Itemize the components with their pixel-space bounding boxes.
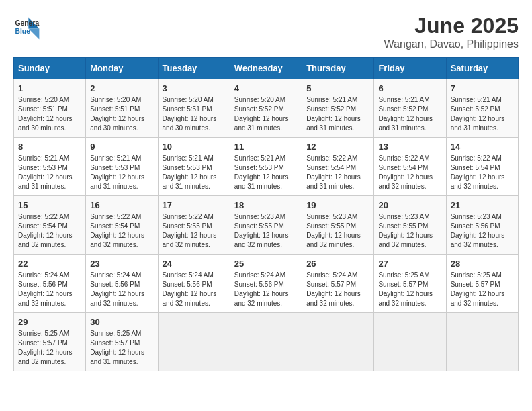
day-number: 28	[451, 259, 514, 269]
calendar-cell	[158, 313, 230, 371]
calendar-cell	[230, 313, 302, 371]
calendar-cell: 28Sunrise: 5:25 AMSunset: 5:57 PMDayligh…	[446, 255, 518, 313]
page-header: General Blue June 2025 Wangan, Davao, Ph…	[13, 13, 519, 50]
day-info: Sunrise: 5:24 AMSunset: 5:57 PMDaylight:…	[306, 271, 369, 308]
calendar-cell	[302, 313, 374, 371]
calendar-cell: 13Sunrise: 5:22 AMSunset: 5:54 PMDayligh…	[374, 138, 446, 196]
header-monday: Monday	[86, 58, 158, 79]
calendar-cell: 6Sunrise: 5:21 AMSunset: 5:52 PMDaylight…	[374, 79, 446, 138]
day-number: 15	[18, 200, 81, 210]
day-info: Sunrise: 5:21 AMSunset: 5:53 PMDaylight:…	[163, 154, 226, 191]
day-number: 26	[306, 259, 369, 269]
page-title: June 2025	[384, 13, 519, 38]
calendar-week-5: 29Sunrise: 5:25 AMSunset: 5:57 PMDayligh…	[14, 313, 519, 371]
calendar-cell: 3Sunrise: 5:20 AMSunset: 5:51 PMDaylight…	[158, 79, 230, 138]
calendar-cell: 1Sunrise: 5:20 AMSunset: 5:51 PMDaylight…	[14, 79, 86, 138]
day-number: 4	[234, 83, 298, 93]
calendar-cell: 15Sunrise: 5:22 AMSunset: 5:54 PMDayligh…	[14, 196, 86, 255]
day-number: 19	[306, 200, 369, 210]
header-thursday: Thursday	[302, 58, 374, 79]
header-tuesday: Tuesday	[158, 58, 230, 79]
day-number: 24	[163, 259, 226, 269]
calendar-cell: 4Sunrise: 5:20 AMSunset: 5:52 PMDaylight…	[230, 79, 302, 138]
day-info: Sunrise: 5:23 AMSunset: 5:55 PMDaylight:…	[234, 212, 298, 250]
day-info: Sunrise: 5:24 AMSunset: 5:56 PMDaylight:…	[234, 271, 298, 308]
header-saturday: Saturday	[446, 58, 518, 79]
calendar-cell: 9Sunrise: 5:21 AMSunset: 5:53 PMDaylight…	[86, 138, 158, 196]
calendar-cell: 7Sunrise: 5:21 AMSunset: 5:52 PMDaylight…	[446, 79, 518, 138]
calendar-header-row: Sunday Monday Tuesday Wednesday Thursday…	[14, 58, 519, 79]
day-number: 11	[234, 142, 298, 152]
day-number: 29	[18, 317, 81, 327]
calendar-cell: 10Sunrise: 5:21 AMSunset: 5:53 PMDayligh…	[158, 138, 230, 196]
day-number: 16	[90, 200, 153, 210]
calendar-week-2: 8Sunrise: 5:21 AMSunset: 5:53 PMDaylight…	[14, 138, 519, 196]
day-info: Sunrise: 5:21 AMSunset: 5:53 PMDaylight:…	[18, 154, 81, 191]
calendar-cell: 22Sunrise: 5:24 AMSunset: 5:56 PMDayligh…	[14, 255, 86, 313]
svg-text:Blue: Blue	[15, 28, 30, 35]
day-number: 20	[378, 200, 441, 210]
day-number: 1	[18, 83, 81, 93]
day-number: 17	[163, 200, 226, 210]
day-info: Sunrise: 5:22 AMSunset: 5:54 PMDaylight:…	[451, 154, 514, 191]
day-info: Sunrise: 5:21 AMSunset: 5:52 PMDaylight:…	[451, 95, 514, 133]
day-number: 8	[18, 142, 81, 152]
calendar-week-4: 22Sunrise: 5:24 AMSunset: 5:56 PMDayligh…	[14, 255, 519, 313]
title-block: June 2025 Wangan, Davao, Philippines	[384, 13, 519, 50]
day-number: 6	[378, 83, 441, 93]
day-number: 7	[451, 83, 514, 93]
header-sunday: Sunday	[14, 58, 86, 79]
calendar-cell	[446, 313, 518, 371]
day-info: Sunrise: 5:24 AMSunset: 5:56 PMDaylight:…	[163, 271, 226, 308]
calendar-cell: 24Sunrise: 5:24 AMSunset: 5:56 PMDayligh…	[158, 255, 230, 313]
day-info: Sunrise: 5:22 AMSunset: 5:54 PMDaylight:…	[306, 154, 369, 191]
header-wednesday: Wednesday	[230, 58, 302, 79]
day-number: 13	[378, 142, 441, 152]
calendar-cell: 26Sunrise: 5:24 AMSunset: 5:57 PMDayligh…	[302, 255, 374, 313]
calendar-cell: 8Sunrise: 5:21 AMSunset: 5:53 PMDaylight…	[14, 138, 86, 196]
day-info: Sunrise: 5:24 AMSunset: 5:56 PMDaylight:…	[90, 271, 153, 308]
logo: General Blue	[13, 13, 40, 40]
svg-text:General: General	[15, 19, 40, 27]
calendar-cell: 30Sunrise: 5:25 AMSunset: 5:57 PMDayligh…	[86, 313, 158, 371]
day-info: Sunrise: 5:22 AMSunset: 5:55 PMDaylight:…	[163, 212, 226, 250]
day-number: 21	[451, 200, 514, 210]
calendar-cell: 23Sunrise: 5:24 AMSunset: 5:56 PMDayligh…	[86, 255, 158, 313]
calendar-cell	[374, 313, 446, 371]
day-info: Sunrise: 5:23 AMSunset: 5:56 PMDaylight:…	[451, 212, 514, 250]
day-number: 22	[18, 259, 81, 269]
day-info: Sunrise: 5:20 AMSunset: 5:51 PMDaylight:…	[90, 95, 153, 133]
day-info: Sunrise: 5:23 AMSunset: 5:55 PMDaylight:…	[306, 212, 369, 250]
calendar-cell: 5Sunrise: 5:21 AMSunset: 5:52 PMDaylight…	[302, 79, 374, 138]
calendar-cell: 2Sunrise: 5:20 AMSunset: 5:51 PMDaylight…	[86, 79, 158, 138]
day-info: Sunrise: 5:20 AMSunset: 5:51 PMDaylight:…	[18, 95, 81, 133]
calendar-cell: 14Sunrise: 5:22 AMSunset: 5:54 PMDayligh…	[446, 138, 518, 196]
header-friday: Friday	[374, 58, 446, 79]
day-info: Sunrise: 5:25 AMSunset: 5:57 PMDaylight:…	[451, 271, 514, 308]
day-info: Sunrise: 5:21 AMSunset: 5:53 PMDaylight:…	[90, 154, 153, 191]
day-number: 9	[90, 142, 153, 152]
logo-icon: General Blue	[13, 13, 40, 40]
calendar-cell: 17Sunrise: 5:22 AMSunset: 5:55 PMDayligh…	[158, 196, 230, 255]
day-number: 14	[451, 142, 514, 152]
calendar-cell: 25Sunrise: 5:24 AMSunset: 5:56 PMDayligh…	[230, 255, 302, 313]
day-info: Sunrise: 5:20 AMSunset: 5:51 PMDaylight:…	[163, 95, 226, 133]
day-info: Sunrise: 5:21 AMSunset: 5:52 PMDaylight:…	[306, 95, 369, 133]
day-info: Sunrise: 5:22 AMSunset: 5:54 PMDaylight:…	[18, 212, 81, 250]
day-number: 23	[90, 259, 153, 269]
calendar-table: Sunday Monday Tuesday Wednesday Thursday…	[13, 57, 519, 371]
day-info: Sunrise: 5:24 AMSunset: 5:56 PMDaylight:…	[18, 271, 81, 308]
day-info: Sunrise: 5:20 AMSunset: 5:52 PMDaylight:…	[234, 95, 298, 133]
day-info: Sunrise: 5:23 AMSunset: 5:55 PMDaylight:…	[378, 212, 441, 250]
calendar-cell: 20Sunrise: 5:23 AMSunset: 5:55 PMDayligh…	[374, 196, 446, 255]
day-number: 18	[234, 200, 298, 210]
day-info: Sunrise: 5:21 AMSunset: 5:53 PMDaylight:…	[234, 154, 298, 191]
calendar-cell: 19Sunrise: 5:23 AMSunset: 5:55 PMDayligh…	[302, 196, 374, 255]
day-number: 5	[306, 83, 369, 93]
day-info: Sunrise: 5:21 AMSunset: 5:52 PMDaylight:…	[378, 95, 441, 133]
day-number: 12	[306, 142, 369, 152]
day-number: 10	[163, 142, 226, 152]
day-number: 25	[234, 259, 298, 269]
day-info: Sunrise: 5:22 AMSunset: 5:54 PMDaylight:…	[378, 154, 441, 191]
day-number: 27	[378, 259, 441, 269]
